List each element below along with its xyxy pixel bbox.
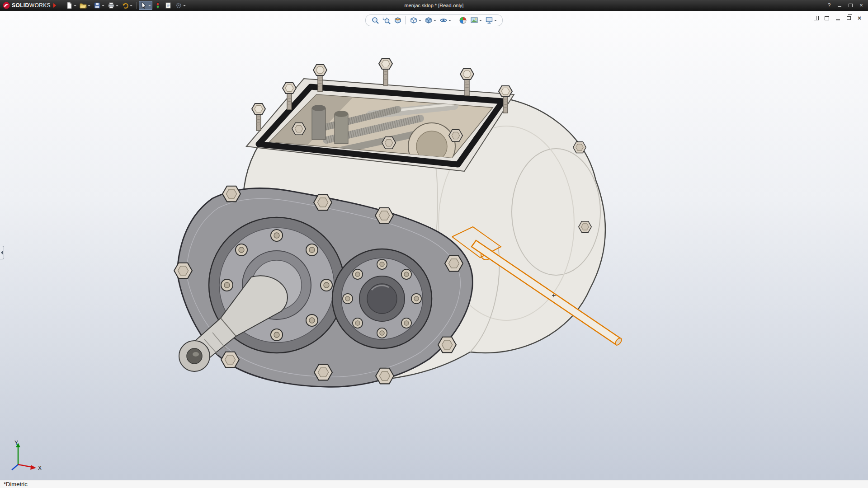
- new-document-dropdown-icon[interactable]: [74, 5, 76, 6]
- graphics-area[interactable]: × Y X: [0, 11, 868, 480]
- section-view-icon: [394, 16, 402, 24]
- file-properties-button[interactable]: [163, 1, 173, 10]
- hud-separator: [406, 16, 406, 24]
- view-settings-dropdown-icon[interactable]: [494, 20, 497, 21]
- tile-windows-icon: [825, 16, 829, 20]
- triad-y-label: Y: [14, 440, 18, 446]
- rebuild-icon: [154, 2, 161, 9]
- undo-dropdown-icon[interactable]: [130, 5, 132, 6]
- view-orientation-cube-icon: [410, 16, 418, 24]
- window-minimize-button[interactable]: [835, 2, 844, 9]
- open-icon: [80, 2, 87, 9]
- solidworks-window: SOLIDWORKS: [0, 0, 868, 488]
- apply-scene-icon: [470, 16, 478, 24]
- titlebar-right-controls: ? ×: [826, 2, 868, 9]
- display-style-cube-icon: [425, 16, 433, 24]
- hide-show-items-button[interactable]: [439, 16, 452, 25]
- zoom-to-fit-button[interactable]: [370, 16, 380, 25]
- undo-button[interactable]: [120, 1, 134, 10]
- reference-triad: Y X: [6, 439, 47, 473]
- print-dropdown-icon[interactable]: [116, 5, 118, 6]
- hud-separator: [455, 16, 455, 24]
- view-settings-icon: [485, 16, 493, 24]
- new-document-button[interactable]: [64, 1, 78, 10]
- apply-scene-button[interactable]: [469, 16, 483, 25]
- help-button[interactable]: ?: [826, 2, 833, 9]
- window-close-button[interactable]: ×: [857, 2, 865, 9]
- undo-icon: [122, 2, 129, 9]
- heads-up-view-toolbar: [365, 14, 503, 26]
- main-toolbar: [64, 1, 187, 10]
- display-style-button[interactable]: [424, 16, 437, 25]
- z-axis-icon: [12, 465, 18, 470]
- select-dropdown-icon[interactable]: [148, 5, 151, 6]
- save-button[interactable]: [92, 1, 106, 10]
- doc-minimize-button[interactable]: [834, 14, 842, 22]
- collapse-arrow-icon: [1, 251, 3, 254]
- hide-show-dropdown-icon[interactable]: [448, 20, 451, 21]
- zoom-to-area-button[interactable]: [382, 16, 392, 25]
- title-bar: SOLIDWORKS: [0, 0, 868, 11]
- view-orientation-dropdown-icon[interactable]: [419, 20, 421, 21]
- doc-tile-windows-button[interactable]: [823, 14, 831, 22]
- select-arrow-icon: [140, 2, 147, 9]
- x-axis-arrow-icon: [30, 465, 36, 470]
- section-view-button[interactable]: [393, 16, 403, 25]
- doc-restore-icon: [847, 16, 851, 20]
- right-bearing-flange[interactable]: [332, 249, 432, 348]
- new-document-icon: [66, 2, 73, 9]
- doc-minimize-icon: [836, 19, 840, 20]
- file-properties-icon: [165, 2, 172, 9]
- rebuild-button[interactable]: [153, 1, 163, 10]
- doc-restore-button[interactable]: [844, 14, 853, 22]
- gearbox-model[interactable]: [0, 11, 868, 480]
- hide-show-eye-icon: [439, 16, 448, 24]
- menu-flyout-arrow-icon[interactable]: [53, 3, 56, 8]
- print-icon: [108, 2, 115, 9]
- edit-appearance-button[interactable]: [458, 16, 468, 25]
- window-maximize-button[interactable]: [846, 2, 854, 9]
- doc-close-button[interactable]: ×: [855, 14, 863, 22]
- print-button[interactable]: [106, 1, 120, 10]
- options-gear-icon: [175, 2, 182, 9]
- doc-close-icon: ×: [858, 15, 861, 21]
- triad-x-label: X: [38, 465, 42, 471]
- save-dropdown-icon[interactable]: [102, 5, 104, 6]
- doc-pane-layout-button[interactable]: [812, 14, 820, 22]
- status-bar: *Dimetric: [0, 480, 868, 488]
- open-button[interactable]: [78, 1, 92, 10]
- options-dropdown-icon[interactable]: [183, 5, 186, 6]
- maximize-icon: [849, 4, 853, 7]
- select-button[interactable]: [139, 1, 152, 10]
- feature-manager-collapse-handle[interactable]: [0, 246, 4, 259]
- zoom-to-area-icon: [382, 16, 391, 24]
- app-logo: SOLIDWORKS: [0, 2, 60, 9]
- zoom-to-fit-icon: [371, 16, 379, 24]
- pane-layout-icon: [814, 16, 819, 20]
- apply-scene-dropdown-icon[interactable]: [479, 20, 482, 21]
- solidworks-logo-icon: [3, 2, 10, 9]
- close-icon: ×: [859, 3, 863, 8]
- save-icon: [94, 2, 101, 9]
- app-name-bold: SOLID: [12, 2, 29, 9]
- toolbar-separator: [136, 2, 137, 9]
- app-name: SOLIDWORKS: [12, 2, 51, 9]
- document-window-controls: ×: [812, 14, 863, 22]
- open-dropdown-icon[interactable]: [88, 5, 90, 6]
- view-orientation-label: *Dimetric: [4, 481, 28, 488]
- options-button[interactable]: [174, 1, 187, 10]
- app-name-light: WORKS: [29, 2, 51, 9]
- display-style-dropdown-icon[interactable]: [434, 20, 436, 21]
- view-orientation-button[interactable]: [409, 16, 422, 25]
- edit-appearance-sphere-icon: [459, 16, 467, 24]
- view-settings-button[interactable]: [484, 16, 498, 25]
- minimize-icon: [838, 6, 841, 7]
